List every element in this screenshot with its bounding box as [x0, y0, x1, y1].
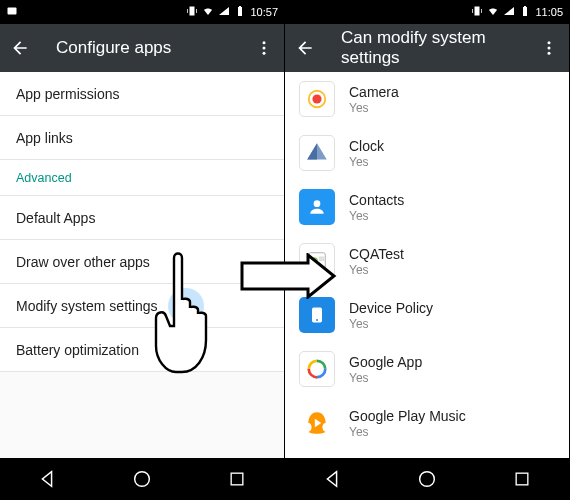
nav-recents-button[interactable] [223, 465, 251, 493]
app-row-contacts[interactable]: ContactsYes [285, 180, 569, 234]
row-label: App links [16, 130, 73, 146]
row-label: Default Apps [16, 210, 95, 226]
nav-back-button[interactable] [33, 465, 61, 493]
svg-point-19 [311, 257, 318, 264]
row-label: Battery optimization [16, 342, 139, 358]
app-name: Camera [349, 84, 399, 100]
app-status: Yes [349, 101, 399, 115]
device-policy-icon [299, 297, 335, 333]
svg-point-10 [548, 41, 551, 44]
svg-rect-1 [238, 7, 242, 16]
camera-icon [299, 81, 335, 117]
battery-icon [234, 5, 246, 19]
svg-point-4 [263, 47, 266, 50]
svg-rect-28 [516, 473, 528, 485]
battery-icon [519, 5, 531, 19]
status-bar: 10:57 [0, 0, 284, 24]
overflow-menu-button[interactable] [537, 36, 561, 60]
wifi-icon [487, 5, 499, 19]
signal-icon [503, 5, 515, 19]
row-label: Modify system settings [16, 298, 158, 314]
row-label: App permissions [16, 86, 120, 102]
app-list: CameraYes ClockYes ContactsYes CQATestYe… [285, 72, 569, 458]
app-row-play-music[interactable]: Google Play MusicYes [285, 396, 569, 450]
row-app-links[interactable]: App links [0, 116, 284, 160]
app-name: Google Play Music [349, 408, 466, 424]
app-name: Clock [349, 138, 384, 154]
app-name: Contacts [349, 192, 404, 208]
app-row-play-services[interactable]: Google Play servicesYes [285, 450, 569, 458]
wifi-icon [202, 5, 214, 19]
nav-back-button[interactable] [318, 465, 346, 493]
app-status: Yes [349, 371, 422, 385]
section-label-text: Advanced [16, 171, 72, 185]
svg-rect-9 [524, 6, 526, 7]
app-status: Yes [349, 155, 384, 169]
svg-rect-7 [231, 473, 243, 485]
nav-home-button[interactable] [128, 465, 156, 493]
svg-point-6 [135, 472, 150, 487]
app-status: Yes [349, 317, 433, 331]
svg-rect-2 [239, 6, 241, 7]
svg-point-17 [314, 200, 321, 207]
app-name: Google App [349, 354, 422, 370]
vibrate-icon [471, 5, 483, 19]
svg-point-3 [263, 41, 266, 44]
app-status: Yes [349, 425, 466, 439]
clock-text: 10:57 [250, 6, 278, 18]
row-default-apps[interactable]: Default Apps [0, 196, 284, 240]
play-music-icon [299, 405, 335, 441]
page-title: Can modify system settings [341, 28, 537, 68]
clock-text: 11:05 [535, 6, 563, 18]
overflow-menu-button[interactable] [252, 36, 276, 60]
nav-home-button[interactable] [413, 465, 441, 493]
svg-rect-0 [8, 8, 17, 15]
settings-list: App permissions App links Advanced Defau… [0, 72, 284, 458]
nav-bar [0, 458, 284, 500]
svg-rect-20 [319, 256, 325, 261]
touch-ripple [168, 288, 204, 324]
app-status: Yes [349, 263, 404, 277]
svg-point-22 [316, 319, 318, 321]
app-row-camera[interactable]: CameraYes [285, 72, 569, 126]
google-app-icon [299, 351, 335, 387]
svg-point-27 [420, 472, 435, 487]
app-row-cqatest[interactable]: CQATestYes [285, 234, 569, 288]
section-advanced: Advanced [0, 160, 284, 196]
app-name: CQATest [349, 246, 404, 262]
clock-icon [299, 135, 335, 171]
app-bar: Can modify system settings [285, 24, 569, 72]
row-draw-over[interactable]: Draw over other apps [0, 240, 284, 284]
contacts-icon [299, 189, 335, 225]
app-row-device-policy[interactable]: Device PolicyYes [285, 288, 569, 342]
svg-point-13 [312, 94, 321, 103]
svg-point-11 [548, 47, 551, 50]
row-modify-system-settings[interactable]: Modify system settings [0, 284, 284, 328]
phone-left: 10:57 Configure apps App permissions App… [0, 0, 285, 500]
page-title: Configure apps [56, 38, 252, 58]
app-row-google-app[interactable]: Google AppYes [285, 342, 569, 396]
app-row-clock[interactable]: ClockYes [285, 126, 569, 180]
image-indicator-icon [6, 5, 18, 19]
svg-rect-8 [523, 7, 527, 16]
cqatest-icon [299, 243, 335, 279]
row-label: Draw over other apps [16, 254, 150, 270]
signal-icon [218, 5, 230, 19]
back-button[interactable] [8, 36, 32, 60]
svg-marker-16 [307, 143, 317, 159]
svg-point-5 [263, 52, 266, 55]
row-app-permissions[interactable]: App permissions [0, 72, 284, 116]
app-status: Yes [349, 209, 404, 223]
phone-right: 11:05 Can modify system settings CameraY… [285, 0, 570, 500]
nav-recents-button[interactable] [508, 465, 536, 493]
status-bar: 11:05 [285, 0, 569, 24]
app-name: Device Policy [349, 300, 433, 316]
nav-bar [285, 458, 569, 500]
app-bar: Configure apps [0, 24, 284, 72]
vibrate-icon [186, 5, 198, 19]
back-button[interactable] [293, 36, 317, 60]
svg-point-12 [548, 52, 551, 55]
row-battery-optimization[interactable]: Battery optimization [0, 328, 284, 372]
